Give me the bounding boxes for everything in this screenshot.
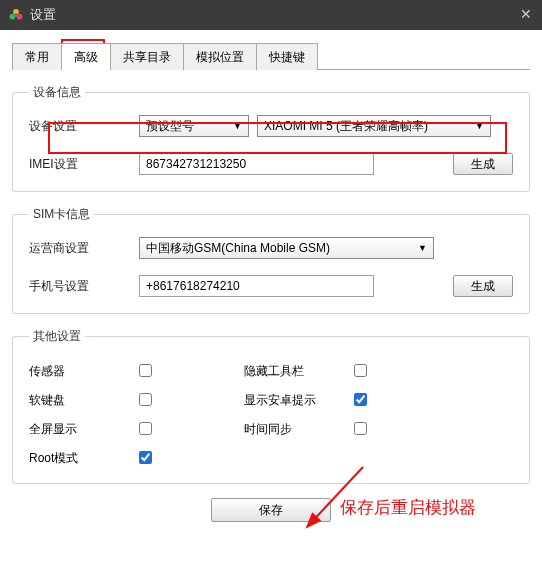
other-settings-legend: 其他设置	[29, 328, 85, 345]
save-button[interactable]: 保存	[211, 498, 331, 522]
show-android-hint-label: 显示安卓提示	[244, 392, 354, 409]
device-model-select[interactable]: XIAOMI MI 5 (王者荣耀高帧率) ▼	[257, 115, 491, 137]
sim-info-group: SIM卡信息 运营商设置 中国移动GSM(China Mobile GSM) ▼…	[12, 206, 530, 314]
sim-info-legend: SIM卡信息	[29, 206, 94, 223]
caret-down-icon: ▼	[475, 121, 484, 131]
soft-keyboard-label: 软键盘	[29, 392, 139, 409]
window-title: 设置	[30, 6, 56, 24]
app-logo-icon	[8, 7, 24, 23]
generate-phone-button[interactable]: 生成	[453, 275, 513, 297]
imei-input[interactable]	[139, 153, 374, 175]
carrier-value: 中国移动GSM(China Mobile GSM)	[146, 240, 330, 257]
tab-shared-dir[interactable]: 共享目录	[110, 43, 184, 70]
tab-advanced[interactable]: 高级	[61, 43, 111, 70]
caret-down-icon: ▼	[418, 243, 427, 253]
imei-label: IMEI设置	[29, 156, 139, 173]
fullscreen-label: 全屏显示	[29, 421, 139, 438]
sensor-checkbox[interactable]	[139, 364, 152, 377]
time-sync-checkbox[interactable]	[354, 422, 367, 435]
carrier-select[interactable]: 中国移动GSM(China Mobile GSM) ▼	[139, 237, 434, 259]
tab-common[interactable]: 常用	[12, 43, 62, 70]
tab-mock-location[interactable]: 模拟位置	[183, 43, 257, 70]
svg-point-3	[14, 13, 18, 17]
root-mode-checkbox[interactable]	[139, 451, 152, 464]
carrier-label: 运营商设置	[29, 240, 139, 257]
generate-imei-button[interactable]: 生成	[453, 153, 513, 175]
phone-label: 手机号设置	[29, 278, 139, 295]
hide-toolbar-label: 隐藏工具栏	[244, 363, 354, 380]
device-info-legend: 设备信息	[29, 84, 85, 101]
device-preset-value: 预设型号	[146, 118, 194, 135]
time-sync-label: 时间同步	[244, 421, 354, 438]
phone-input[interactable]	[139, 275, 374, 297]
caret-down-icon: ▼	[233, 121, 242, 131]
device-info-group: 设备信息 设备设置 预设型号 ▼ XIAOMI MI 5 (王者荣耀高帧率) ▼…	[12, 84, 530, 192]
device-setting-label: 设备设置	[29, 118, 139, 135]
root-mode-label: Root模式	[29, 450, 139, 467]
show-android-hint-checkbox[interactable]	[354, 393, 367, 406]
fullscreen-checkbox[interactable]	[139, 422, 152, 435]
device-preset-select[interactable]: 预设型号 ▼	[139, 115, 249, 137]
hide-toolbar-checkbox[interactable]	[354, 364, 367, 377]
window-titlebar: 设置 ✕	[0, 0, 542, 30]
tab-bar: 常用 高级 共享目录 模拟位置 快捷键	[12, 42, 530, 70]
close-icon[interactable]: ✕	[520, 6, 532, 22]
device-model-value: XIAOMI MI 5 (王者荣耀高帧率)	[264, 118, 428, 135]
soft-keyboard-checkbox[interactable]	[139, 393, 152, 406]
other-settings-group: 其他设置 传感器 隐藏工具栏 软键盘 显示安卓提示 全屏显示 时间同步 Root…	[12, 328, 530, 484]
sensor-label: 传感器	[29, 363, 139, 380]
tab-shortcuts[interactable]: 快捷键	[256, 43, 318, 70]
